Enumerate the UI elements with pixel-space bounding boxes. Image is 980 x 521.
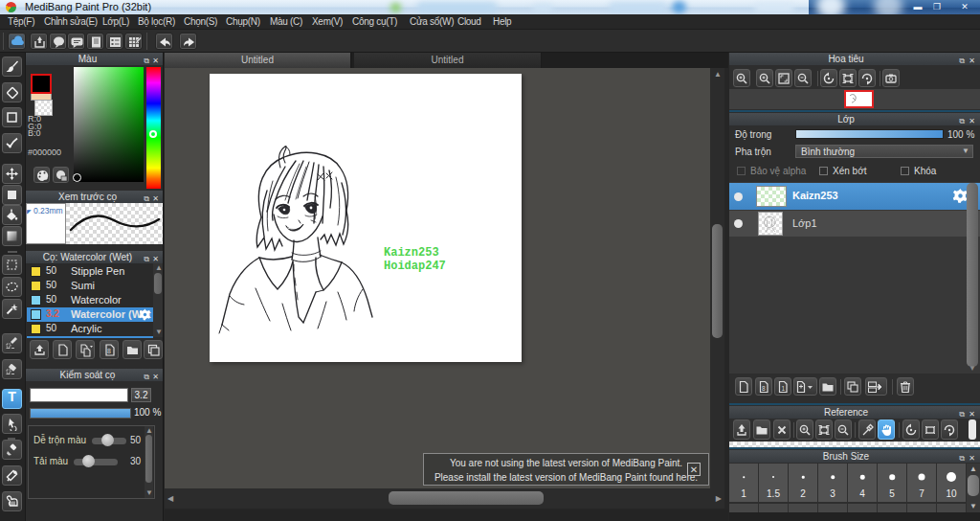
svg-text:Hoidap247: Hoidap247 (384, 260, 446, 273)
svg-text:8: 8 (107, 348, 111, 354)
svg-text:Kaizn253: Kaizn253 (384, 246, 439, 260)
svg-text:1: 1 (781, 385, 785, 392)
svg-text:8: 8 (762, 385, 766, 392)
